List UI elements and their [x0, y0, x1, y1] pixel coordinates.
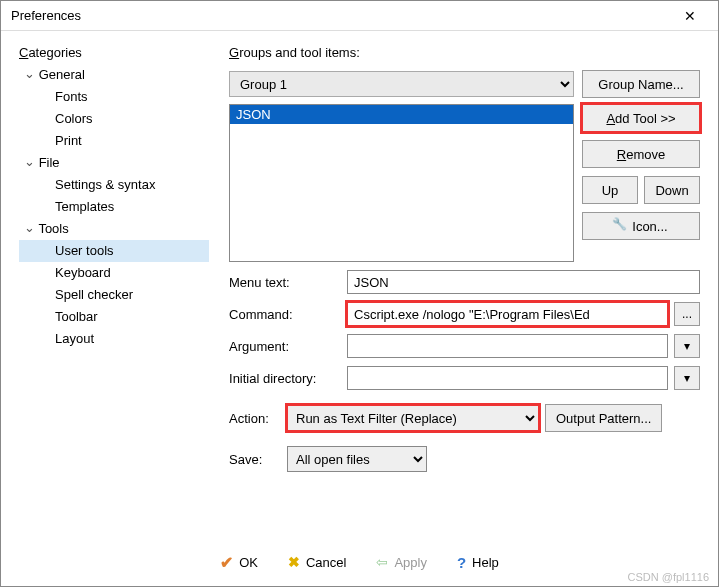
action-select[interactable]: Run as Text Filter (Replace): [287, 405, 539, 431]
menu-text-input[interactable]: [347, 270, 700, 294]
categories-panel: Categories ⌄ General Fonts Colors Print …: [19, 45, 209, 530]
ok-button[interactable]: ✔OK: [220, 553, 258, 572]
tree-leaf-keyboard[interactable]: Keyboard: [19, 262, 209, 284]
tree-label: File: [39, 155, 60, 170]
x-icon: ✖: [288, 554, 300, 570]
tree-leaf-settings[interactable]: Settings & syntax: [19, 174, 209, 196]
arrow-icon: ⇦: [376, 554, 388, 570]
argument-input[interactable]: [347, 334, 668, 358]
tree-leaf-print[interactable]: Print: [19, 130, 209, 152]
apply-button[interactable]: ⇦Apply: [376, 554, 427, 570]
question-icon: ?: [457, 554, 466, 571]
titlebar: Preferences ✕: [1, 1, 718, 31]
wrench-icon: [614, 219, 628, 233]
list-item[interactable]: JSON: [230, 105, 573, 124]
cancel-button[interactable]: ✖Cancel: [288, 554, 346, 570]
group-select[interactable]: Group 1: [229, 71, 574, 97]
add-tool-button[interactable]: Add Tool >>: [582, 104, 700, 132]
tree-leaf-usertools[interactable]: User tools: [19, 240, 209, 262]
preferences-window: Preferences ✕ Categories ⌄ General Fonts…: [0, 0, 719, 587]
down-button[interactable]: Down: [644, 176, 700, 204]
initdir-input[interactable]: [347, 366, 668, 390]
command-label: Command:: [229, 307, 341, 322]
group-name-button[interactable]: Group Name...: [582, 70, 700, 98]
command-input[interactable]: [347, 302, 668, 326]
tree-leaf-spell[interactable]: Spell checker: [19, 284, 209, 306]
menu-text-label: Menu text:: [229, 275, 341, 290]
dialog-footer: ✔OK ✖Cancel ⇦Apply ?Help: [1, 538, 718, 586]
tree-node-general[interactable]: ⌄ General: [19, 64, 209, 86]
argument-dropdown-button[interactable]: ▾: [674, 334, 700, 358]
initdir-label: Initial directory:: [229, 371, 341, 386]
tool-settings-panel: Groups and tool items: Group 1 Group Nam…: [229, 45, 700, 530]
categories-label: Categories: [19, 45, 209, 60]
categories-tree[interactable]: ⌄ General Fonts Colors Print ⌄ File Sett…: [19, 64, 209, 530]
save-select[interactable]: All open files: [287, 446, 427, 472]
argument-label: Argument:: [229, 339, 341, 354]
remove-button[interactable]: Remove: [582, 140, 700, 168]
up-button[interactable]: Up: [582, 176, 638, 204]
tree-leaf-colors[interactable]: Colors: [19, 108, 209, 130]
tree-leaf-layout[interactable]: Layout: [19, 328, 209, 350]
icon-button[interactable]: Icon...: [582, 212, 700, 240]
initdir-dropdown-button[interactable]: ▾: [674, 366, 700, 390]
tree-node-tools[interactable]: ⌄ Tools: [19, 218, 209, 240]
tree-leaf-toolbar[interactable]: Toolbar: [19, 306, 209, 328]
groups-label: Groups and tool items:: [229, 45, 700, 60]
close-icon[interactable]: ✕: [670, 1, 710, 31]
tree-node-file[interactable]: ⌄ File: [19, 152, 209, 174]
save-label: Save:: [229, 452, 281, 467]
tree-label: Tools: [38, 221, 68, 236]
check-icon: ✔: [220, 553, 233, 572]
window-title: Preferences: [11, 8, 670, 23]
help-button[interactable]: ?Help: [457, 554, 499, 571]
watermark: CSDN @fpl1116: [628, 571, 709, 583]
tree-leaf-fonts[interactable]: Fonts: [19, 86, 209, 108]
action-label: Action:: [229, 411, 281, 426]
browse-button[interactable]: ...: [674, 302, 700, 326]
dialog-body: Categories ⌄ General Fonts Colors Print …: [1, 31, 718, 538]
tree-label: General: [39, 67, 85, 82]
tree-leaf-templates[interactable]: Templates: [19, 196, 209, 218]
output-pattern-button[interactable]: Output Pattern...: [545, 404, 662, 432]
tool-listbox[interactable]: JSON: [229, 104, 574, 262]
